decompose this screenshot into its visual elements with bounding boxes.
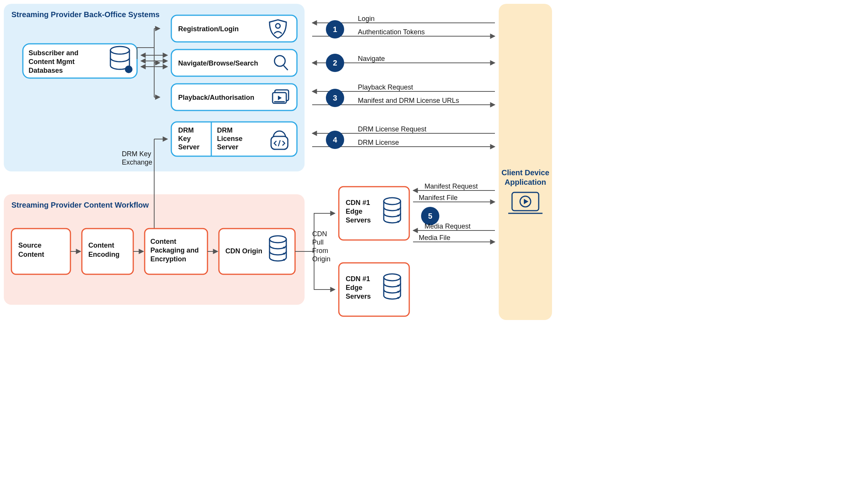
svg-text:Authentication Tokens: Authentication Tokens xyxy=(358,28,425,36)
back-office-title: Streaming Provider Back-Office Systems xyxy=(11,10,160,19)
svg-point-73 xyxy=(397,297,399,299)
packaging-box: Content Packaging and Encryption xyxy=(145,229,207,274)
svg-point-53 xyxy=(283,259,285,261)
cdn-pull-l4: Origin xyxy=(312,255,330,263)
cdn-origin-box: CDN Origin xyxy=(219,229,295,274)
client-title-line2: Application xyxy=(505,178,546,186)
svg-text:2: 2 xyxy=(333,59,337,67)
svg-text:Server: Server xyxy=(217,143,238,151)
svg-text:Manifest Request: Manifest Request xyxy=(424,182,478,190)
svg-text:Manifest and DRM License URLs: Manifest and DRM License URLs xyxy=(358,97,459,104)
svg-text:Media Request: Media Request xyxy=(424,222,471,230)
step-1: 1 Login Authentication Tokens xyxy=(312,15,495,38)
svg-point-71 xyxy=(397,285,399,287)
cdn-pull-l2: Pull xyxy=(312,238,324,246)
svg-point-63 xyxy=(397,209,399,211)
svg-text:Server: Server xyxy=(178,143,199,151)
svg-text:Media File: Media File xyxy=(419,234,450,242)
svg-text:3: 3 xyxy=(333,94,337,102)
step-3: 3 Playback Request Manifest and DRM Lice… xyxy=(312,83,495,107)
svg-text:Servers: Servers xyxy=(346,293,371,300)
svg-text:DRM License: DRM License xyxy=(358,139,399,146)
playback-box: Playback/Authorisation xyxy=(171,84,297,110)
svg-text:4: 4 xyxy=(333,136,337,144)
edge-server-1-box: CDN #1 Edge Servers xyxy=(339,187,409,240)
cdn-pull-l3: From xyxy=(312,247,328,254)
subscriber-db-box: Subscriber and Content Mgmt Databases i xyxy=(23,44,137,78)
drm-exchange-label-2: Exchange xyxy=(122,158,152,166)
svg-text:Encryption: Encryption xyxy=(150,255,186,263)
drm-exchange-label-1: DRM Key xyxy=(122,150,151,158)
svg-text:Encoding: Encoding xyxy=(88,251,120,258)
svg-text:CDN #1: CDN #1 xyxy=(346,199,370,206)
registration-box: Registration/Login xyxy=(171,15,297,42)
svg-text:Playback/Authorisation: Playback/Authorisation xyxy=(178,94,254,101)
svg-text:1: 1 xyxy=(333,25,337,34)
client-title-line1: Client Device xyxy=(501,168,549,177)
svg-text:Servers: Servers xyxy=(346,216,371,224)
svg-point-51 xyxy=(283,247,285,249)
svg-point-64 xyxy=(397,215,399,217)
svg-text:Source: Source xyxy=(18,242,41,249)
svg-text:DRM: DRM xyxy=(217,126,233,134)
svg-point-65 xyxy=(397,221,399,223)
step-2: 2 Navigate xyxy=(312,54,495,72)
svg-text:Packaging and: Packaging and xyxy=(150,246,199,254)
svg-text:Databases: Databases xyxy=(29,67,63,74)
svg-text:Navigate: Navigate xyxy=(358,55,385,62)
svg-text:Manifest File: Manifest File xyxy=(419,194,458,202)
svg-text:Navigate/Browse/Search: Navigate/Browse/Search xyxy=(178,59,258,67)
svg-text:DRM License Request: DRM License Request xyxy=(358,125,426,133)
svg-text:Edge: Edge xyxy=(346,284,362,291)
svg-text:Content Mgmt: Content Mgmt xyxy=(29,58,75,66)
svg-text:i: i xyxy=(128,66,129,72)
diagram-canvas: Streaming Provider Back-Office Systems S… xyxy=(0,0,556,324)
svg-text:Edge: Edge xyxy=(346,208,362,215)
navigate-box: Navigate/Browse/Search xyxy=(171,50,297,76)
svg-text:Content: Content xyxy=(88,242,114,249)
svg-point-52 xyxy=(283,253,285,255)
source-content-box: Source Content xyxy=(11,229,70,274)
svg-text:Content: Content xyxy=(150,238,176,245)
svg-text:Playback Request: Playback Request xyxy=(358,83,413,91)
svg-text:CDN Origin: CDN Origin xyxy=(225,247,262,255)
client-panel xyxy=(499,4,552,320)
workflow-title: Streaming Provider Content Workflow xyxy=(11,201,149,209)
svg-point-72 xyxy=(397,291,399,293)
svg-text:Subscriber and: Subscriber and xyxy=(29,49,78,57)
svg-text:License: License xyxy=(217,135,243,142)
step-5: 5 Manifest Request Manifest File Media R… xyxy=(413,182,495,242)
edge-server-2-box: CDN #1 Edge Servers xyxy=(339,263,409,316)
svg-text:Registration/Login: Registration/Login xyxy=(178,25,239,33)
svg-text:CDN #1: CDN #1 xyxy=(346,275,370,283)
content-encoding-box: Content Encoding xyxy=(82,229,133,274)
svg-text:Login: Login xyxy=(358,15,375,22)
svg-text:Content: Content xyxy=(18,251,44,258)
step-4: 4 DRM License Request DRM License xyxy=(312,125,495,149)
svg-text:DRM: DRM xyxy=(178,126,194,134)
drm-box: DRM Key Server DRM License Server xyxy=(171,122,297,156)
svg-text:5: 5 xyxy=(428,212,432,220)
cdn-pull-l1: CDN xyxy=(312,230,327,238)
svg-text:Key: Key xyxy=(178,135,191,142)
